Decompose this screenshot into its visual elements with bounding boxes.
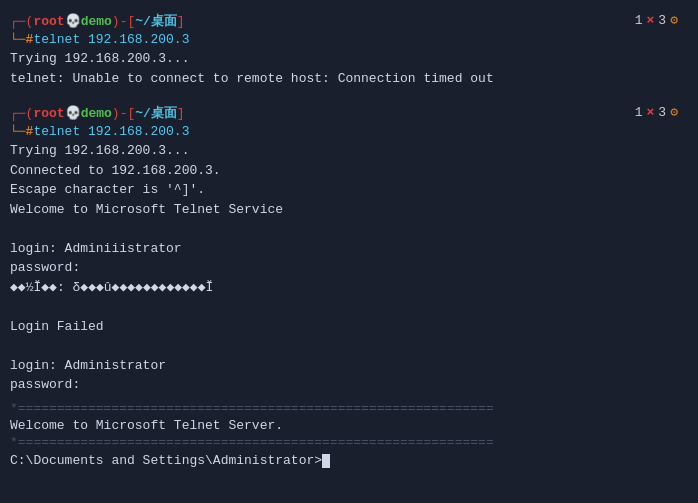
- badge-num-1: 1: [635, 13, 643, 28]
- output-2-login2: login: Administrator: [10, 356, 688, 376]
- divider-1: *=======================================…: [0, 399, 698, 419]
- output-2-3: Escape character is '^]'.: [10, 180, 688, 200]
- badge-x-2: ×: [647, 105, 655, 120]
- output-2-login1: login: Adminiiistrator: [10, 239, 688, 259]
- output-2-pass2: password:: [10, 375, 688, 395]
- output-2-1: Trying 192.168.200.3...: [10, 141, 688, 161]
- output-2-failed: Login Failed: [10, 317, 688, 337]
- gear-icon-1: ⚙: [670, 12, 678, 28]
- badge-num-2: 1: [635, 105, 643, 120]
- command-line-1: └─# telnet 192.168.200.3: [10, 32, 688, 47]
- output-2-blank3: [10, 336, 688, 356]
- command-block-1: ┌─(root💀demo)-[~/桌面] 1 × 3 ⚙ └─# telnet …: [0, 8, 698, 92]
- cursor: [322, 454, 330, 468]
- output-1-2: telnet: Unable to connect to remote host…: [10, 69, 688, 89]
- command-line-2: └─# telnet 192.168.200.3: [10, 124, 688, 139]
- badge-2: 1 × 3 ⚙: [635, 104, 678, 120]
- prompt-top-line: ┌─(root💀demo)-[~/桌面]: [10, 12, 185, 30]
- badge-x-1: ×: [647, 13, 655, 28]
- output-2-pass1: password:: [10, 258, 688, 278]
- prompt-top-line-2: ┌─(root💀demo)-[~/桌面]: [10, 104, 185, 122]
- welcome-message: Welcome to Microsoft Telnet Server.: [0, 418, 698, 433]
- divider-2: *=======================================…: [0, 433, 698, 453]
- output-2-garbled: ◆◆½Ĭ◆◆: δ◆◆◆û◆◆◆◆◆◆◆◆◆◆◆◆Ĭ: [10, 278, 688, 298]
- terminal-window: ┌─(root💀demo)-[~/桌面] 1 × 3 ⚙ └─# telnet …: [0, 0, 698, 503]
- prompt-line-1: ┌─(root💀demo)-[~/桌面] 1 × 3 ⚙: [10, 12, 688, 30]
- badge-count-1: 3: [658, 13, 666, 28]
- command-block-2: ┌─(root💀demo)-[~/桌面] 1 × 3 ⚙ └─# telnet …: [0, 100, 698, 399]
- output-2-blank1: [10, 219, 688, 239]
- badge-1: 1 × 3 ⚙: [635, 12, 678, 28]
- output-2-4: Welcome to Microsoft Telnet Service: [10, 200, 688, 220]
- gear-icon-2: ⚙: [670, 104, 678, 120]
- footer-prompt: C:\Documents and Settings\Administrator>: [0, 453, 698, 468]
- badge-count-2: 3: [658, 105, 666, 120]
- output-2-blank2: [10, 297, 688, 317]
- prompt-line-2: ┌─(root💀demo)-[~/桌面] 1 × 3 ⚙: [10, 104, 688, 122]
- output-2-2: Connected to 192.168.200.3.: [10, 161, 688, 181]
- output-1-1: Trying 192.168.200.3...: [10, 49, 688, 69]
- footer-prompt-text: C:\Documents and Settings\Administrator>: [10, 453, 322, 468]
